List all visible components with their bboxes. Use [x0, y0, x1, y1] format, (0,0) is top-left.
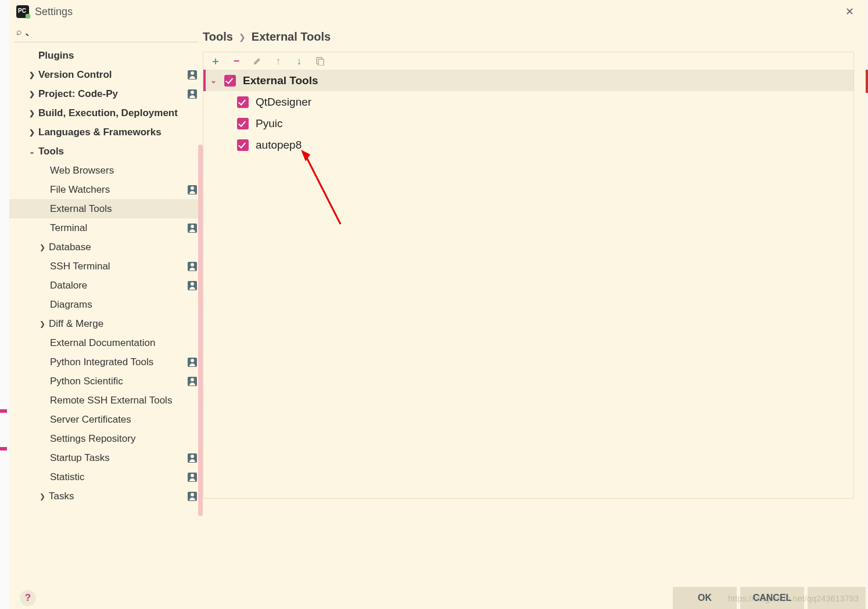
- tree-item-plugins[interactable]: Plugins: [9, 46, 203, 65]
- tree-label: Plugins: [38, 50, 197, 62]
- tool-item-row[interactable]: QtDesigner: [203, 91, 853, 113]
- chevron-right-icon: ❯: [38, 492, 46, 500]
- profile-scope-icon: [188, 224, 197, 233]
- tree-item-external-docs[interactable]: External Documentation: [9, 333, 203, 352]
- edge-mark: [0, 447, 7, 451]
- tree-item-project[interactable]: ❯ Project: Code-Py: [9, 84, 203, 103]
- tree-item-terminal[interactable]: Terminal: [9, 218, 203, 237]
- external-tools-panel: ＋ − ↑ ↓ ⌄ External Tools: [203, 52, 854, 499]
- tree-item-build[interactable]: ❯ Build, Execution, Deployment: [9, 103, 203, 122]
- tree-label: Version Control: [38, 69, 188, 81]
- toolbar: ＋ − ↑ ↓: [203, 52, 853, 70]
- tree-label: File Watchers: [50, 184, 188, 196]
- tree-label: Tools: [38, 146, 197, 157]
- tool-group-row[interactable]: ⌄ External Tools: [203, 70, 853, 91]
- tree-label: Settings Repository: [50, 433, 197, 445]
- tree-item-ssh-terminal[interactable]: SSH Terminal: [9, 257, 203, 276]
- tree-label: Server Certificates: [50, 414, 197, 426]
- tree-label: Python Integrated Tools: [50, 356, 188, 368]
- tree-item-external-tools[interactable]: External Tools: [9, 199, 203, 218]
- checkbox-checked[interactable]: [224, 75, 236, 87]
- breadcrumb: Tools ❯ External Tools: [203, 30, 866, 52]
- tree-label: Project: Code-Py: [38, 88, 188, 100]
- checkbox-checked[interactable]: [237, 139, 249, 151]
- tree-label: SSH Terminal: [50, 261, 188, 272]
- settings-sidebar: ⌕ Plugins ❯ Version Control ❯ Project: C…: [9, 23, 203, 581]
- window-left-edge: [0, 0, 9, 609]
- tree-item-web-browsers[interactable]: Web Browsers: [9, 161, 203, 180]
- tree-item-version-control[interactable]: ❯ Version Control: [9, 65, 203, 84]
- search-field[interactable]: ⌕: [9, 23, 203, 41]
- move-down-button[interactable]: ↓: [294, 56, 304, 66]
- tree-item-datalore[interactable]: Datalore: [9, 276, 203, 295]
- tree-item-settings-repository[interactable]: Settings Repository: [9, 429, 203, 448]
- checkbox-checked[interactable]: [237, 118, 249, 129]
- tree-item-languages[interactable]: ❯ Languages & Frameworks: [9, 122, 203, 142]
- edge-mark: [0, 409, 7, 413]
- tree-item-python-integrated[interactable]: Python Integrated Tools: [9, 352, 203, 372]
- add-button[interactable]: ＋: [210, 56, 221, 66]
- window-title: Settings: [35, 6, 73, 18]
- tree-label: Datalore: [50, 280, 188, 291]
- tool-item-row[interactable]: autopep8: [203, 134, 853, 156]
- tree-item-tools[interactable]: ⌄ Tools: [9, 142, 203, 161]
- search-icon: ⌕: [16, 27, 22, 37]
- copy-button[interactable]: [315, 56, 325, 66]
- move-up-button[interactable]: ↑: [273, 56, 284, 66]
- separator: [14, 42, 198, 42]
- profile-scope-icon: [188, 358, 197, 367]
- breadcrumb-leaf: External Tools: [252, 30, 331, 44]
- edit-button[interactable]: [252, 56, 263, 66]
- chevron-right-icon: ❯: [28, 109, 36, 117]
- tree-label: Diagrams: [50, 299, 197, 311]
- watermark-text: https://blog.csdn.net/qq243613793: [728, 594, 859, 603]
- tree-item-file-watchers[interactable]: File Watchers: [9, 180, 203, 199]
- profile-scope-icon: [188, 492, 197, 501]
- tool-label: autopep8: [256, 139, 302, 152]
- tree-label: Web Browsers: [50, 165, 197, 176]
- chevron-right-icon: ❯: [28, 71, 36, 79]
- ok-button[interactable]: OK: [673, 587, 737, 609]
- tree-item-remote-ssh[interactable]: Remote SSH External Tools: [9, 391, 203, 410]
- tree-item-statistic[interactable]: Statistic: [9, 467, 203, 487]
- main-panel: Tools ❯ External Tools ＋ − ↑ ↓: [203, 23, 866, 581]
- tree-item-tasks[interactable]: ❯ Tasks: [9, 487, 203, 506]
- profile-scope-icon: [188, 262, 197, 271]
- pycharm-icon: [16, 5, 29, 18]
- tree-label: Startup Tasks: [50, 452, 188, 464]
- tool-item-row[interactable]: Pyuic: [203, 113, 853, 134]
- chevron-right-icon: ❯: [239, 33, 246, 42]
- tree-item-diff-merge[interactable]: ❯ Diff & Merge: [9, 314, 203, 333]
- profile-scope-icon: [188, 377, 197, 386]
- tree-item-python-scientific[interactable]: Python Scientific: [9, 372, 203, 391]
- breadcrumb-root[interactable]: Tools: [203, 30, 233, 44]
- chevron-down-icon[interactable]: ⌄: [210, 76, 220, 85]
- svg-rect-1: [318, 59, 324, 66]
- help-icon: ?: [25, 592, 31, 604]
- scrollbar-thumb[interactable]: [198, 145, 203, 516]
- profile-scope-icon: [188, 185, 197, 194]
- close-button[interactable]: ✕: [841, 3, 859, 20]
- settings-tree[interactable]: Plugins ❯ Version Control ❯ Project: Cod…: [9, 46, 203, 581]
- tool-label: QtDesigner: [256, 96, 311, 109]
- profile-scope-icon: [188, 281, 197, 290]
- profile-scope-icon: [188, 70, 197, 80]
- chevron-down-icon: ⌄: [28, 147, 36, 156]
- window-right-edge-indicator: [866, 70, 868, 93]
- chevron-right-icon: ❯: [38, 320, 46, 328]
- profile-scope-icon: [188, 473, 197, 482]
- checkbox-checked[interactable]: [237, 96, 249, 108]
- tree-label: Terminal: [50, 222, 188, 234]
- tool-label: Pyuic: [256, 117, 282, 130]
- tree-item-startup-tasks[interactable]: Startup Tasks: [9, 448, 203, 467]
- profile-scope-icon: [188, 89, 197, 99]
- tree-item-diagrams[interactable]: Diagrams: [9, 295, 203, 314]
- tools-list[interactable]: ⌄ External Tools QtDesigner Pyuic: [203, 70, 853, 498]
- tree-label: Tasks: [49, 491, 188, 502]
- tree-item-database[interactable]: ❯ Database: [9, 237, 203, 257]
- remove-button[interactable]: −: [231, 56, 242, 66]
- tree-item-server-certificates[interactable]: Server Certificates: [9, 410, 203, 429]
- chevron-right-icon: ❯: [28, 90, 36, 98]
- tree-label: Build, Execution, Deployment: [38, 107, 197, 119]
- help-button[interactable]: ?: [20, 590, 36, 606]
